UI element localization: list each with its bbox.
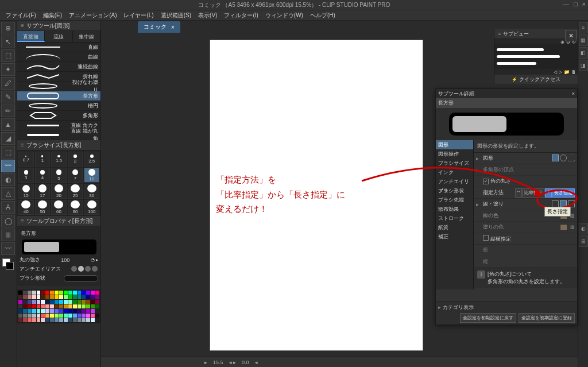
palette-swatch[interactable] xyxy=(95,300,99,304)
close-icon[interactable]: × xyxy=(582,1,586,7)
subtool-item[interactable]: 楕円 xyxy=(17,101,100,111)
palette-swatch[interactable] xyxy=(41,314,45,318)
palette-swatch[interactable] xyxy=(78,300,82,304)
subtool-item[interactable]: 曲線 xyxy=(17,52,100,62)
palette-swatch[interactable] xyxy=(32,295,36,299)
palette-swatch[interactable] xyxy=(55,309,59,313)
palette-swatch[interactable] xyxy=(28,318,32,322)
detail-category[interactable]: 紙質 xyxy=(436,223,473,232)
detail-category[interactable]: ブラシ形状 xyxy=(436,186,473,195)
menu-item[interactable]: 選択範囲(S) xyxy=(157,10,195,20)
fillcolor-swatch[interactable] xyxy=(560,224,568,231)
palette-swatch[interactable] xyxy=(41,309,45,313)
palette-swatch[interactable] xyxy=(68,318,72,322)
brush-size-cell[interactable]: 80 xyxy=(68,200,83,215)
palette-swatch[interactable] xyxy=(50,318,54,322)
palette-swatch[interactable] xyxy=(50,304,54,308)
palette-swatch[interactable] xyxy=(59,314,63,318)
tab-close-icon[interactable]: × xyxy=(171,24,175,30)
subtool-item[interactable]: 多角形 xyxy=(17,111,100,121)
palette-swatch[interactable] xyxy=(18,318,22,322)
brush-size-cell[interactable]: 100 xyxy=(84,200,99,215)
strip-btn[interactable]: ◨ xyxy=(579,60,588,71)
tool-button[interactable]: ◢ xyxy=(1,132,15,145)
tool-button[interactable]: ⊞ xyxy=(1,229,15,241)
palette-swatch[interactable] xyxy=(41,300,45,304)
menu-item[interactable]: レイヤー(L) xyxy=(120,10,157,20)
brush-size-cell[interactable]: 17 xyxy=(35,184,51,199)
palette-swatch[interactable] xyxy=(37,304,41,308)
palette-swatch[interactable] xyxy=(32,314,36,318)
palette-swatch[interactable] xyxy=(78,309,82,313)
palette-swatch[interactable] xyxy=(59,304,63,308)
subtool-tab[interactable]: 流線 xyxy=(45,31,72,42)
maximize-icon[interactable]: □ xyxy=(574,1,578,7)
palette-swatch[interactable] xyxy=(86,291,90,295)
palette-swatch[interactable] xyxy=(73,304,77,308)
palette-swatch[interactable] xyxy=(73,291,77,295)
subview-nav-icon[interactable]: ▷ xyxy=(559,69,562,74)
palette-swatch[interactable] xyxy=(41,304,45,308)
palette-swatch[interactable] xyxy=(95,314,99,318)
palette-swatch[interactable] xyxy=(32,300,36,304)
palette-swatch[interactable] xyxy=(45,318,49,322)
strip-btn[interactable]: ◧ xyxy=(579,47,588,59)
menu-item[interactable]: ウィンドウ(W) xyxy=(262,10,307,20)
brush-size-cell[interactable]: 15 xyxy=(18,184,34,199)
detail-category[interactable]: 散布効果 xyxy=(436,204,473,214)
reset-settings-button[interactable]: 全設定を初期設定に戻す xyxy=(460,313,516,323)
palette-swatch[interactable] xyxy=(41,295,45,299)
detail-category[interactable]: アンチエイリアス xyxy=(436,177,473,186)
strip-btn[interactable]: ◐ xyxy=(579,223,588,234)
detail-category[interactable]: ブラシ先端 xyxy=(436,195,473,204)
strip-btn[interactable]: ≡ xyxy=(579,22,588,33)
tool-button[interactable]: A xyxy=(1,201,15,214)
brush-size-cell[interactable]: 1 xyxy=(35,152,51,167)
shape-options[interactable] xyxy=(551,154,575,163)
tool-button[interactable]: ✦ xyxy=(1,63,15,76)
palette-swatch[interactable] xyxy=(91,300,95,304)
brush-size-cell[interactable]: 5 xyxy=(51,168,67,183)
category-display[interactable]: ▸ カテゴリ表示 xyxy=(438,304,575,311)
method-length[interactable]: 長さ指定 xyxy=(552,188,575,198)
palette-swatch[interactable] xyxy=(95,309,99,313)
palette-swatch[interactable] xyxy=(91,309,95,313)
strip-btn[interactable]: ⊞ xyxy=(579,235,588,247)
palette-swatch[interactable] xyxy=(18,304,22,308)
palette-swatch[interactable] xyxy=(59,295,63,299)
palette-swatch[interactable] xyxy=(68,309,72,313)
close-panel-icon[interactable]: ✕ xyxy=(565,30,577,41)
round-checkbox[interactable]: ✓ xyxy=(483,179,489,184)
palette-swatch[interactable] xyxy=(59,300,63,304)
palette-swatch[interactable] xyxy=(82,318,86,322)
subtool-item[interactable]: 長方形 xyxy=(17,91,100,101)
subtool-item[interactable]: 連続曲線 xyxy=(17,62,100,72)
subview-nav-icon[interactable]: ◁ xyxy=(554,69,557,74)
palette-swatch[interactable] xyxy=(55,295,59,299)
palette-swatch[interactable] xyxy=(18,300,22,304)
palette-swatch[interactable] xyxy=(59,291,63,295)
detail-category[interactable]: 図形操作 xyxy=(436,149,473,159)
palette-swatch[interactable] xyxy=(73,309,77,313)
palette-swatch[interactable] xyxy=(18,314,22,318)
palette-swatch[interactable] xyxy=(73,295,77,299)
palette-swatch[interactable] xyxy=(28,291,32,295)
subview-nav-icon[interactable]: 🗑 xyxy=(571,69,576,74)
palette-swatch[interactable] xyxy=(91,291,95,295)
tool-button[interactable]: ⬚ xyxy=(1,146,15,159)
palette-swatch[interactable] xyxy=(37,318,41,322)
palette-swatch[interactable] xyxy=(45,300,49,304)
brush-size-cell[interactable]: 60 xyxy=(51,200,67,215)
palette-swatch[interactable] xyxy=(64,314,68,318)
palette-swatch[interactable] xyxy=(91,295,95,299)
palette-swatch[interactable] xyxy=(64,295,68,299)
palette-swatch[interactable] xyxy=(82,309,86,313)
brush-size-cell[interactable]: 2 xyxy=(68,152,83,167)
palette-swatch[interactable] xyxy=(23,300,27,304)
palette-swatch[interactable] xyxy=(78,318,82,322)
aa-options[interactable] xyxy=(71,266,98,273)
tool-button[interactable]: ↖ xyxy=(1,36,15,48)
detail-header[interactable]: サブツール詳細 × xyxy=(436,89,577,98)
menu-item[interactable]: 表示(V) xyxy=(195,10,220,20)
brush-size-cell[interactable]: 30 xyxy=(84,184,99,199)
